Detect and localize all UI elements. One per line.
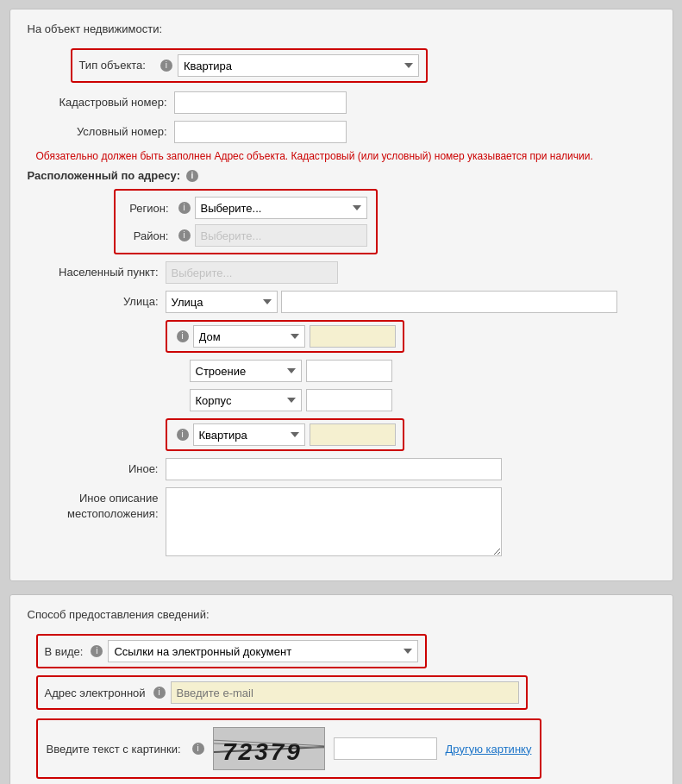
object-type-select[interactable]: Квартира (178, 54, 419, 77)
inoe-description-label: Иное описание местоположения: (45, 487, 166, 522)
address-subsection-label: Расположенный по адресу: (28, 169, 180, 182)
region-select[interactable]: Выберите... (195, 197, 367, 219)
conditional-label: Условный номер: (28, 124, 174, 140)
captcha-label: Введите текст с картинки: (47, 743, 181, 756)
settlement-label: Населенный пункт: (45, 265, 166, 280)
address-info-icon[interactable]: i (186, 170, 198, 182)
email-input[interactable] (171, 681, 519, 704)
address-error-text: Обязательно должен быть заполнен Адрес о… (28, 150, 655, 162)
district-select[interactable]: Выберите... (195, 224, 367, 247)
captcha-image: 72379 (213, 727, 325, 770)
stroenie-type-select[interactable]: Строение (190, 360, 302, 382)
dom-info-icon[interactable]: i (177, 330, 189, 342)
region-info-icon[interactable]: i (178, 202, 191, 214)
settlement-select[interactable]: Выберите... (166, 261, 338, 284)
object-type-info-icon[interactable]: i (160, 60, 172, 72)
cadastral-label: Кадастровый номер: (28, 95, 174, 110)
dom-type-select[interactable]: Дом (193, 325, 305, 348)
kvartira-input[interactable] (310, 423, 396, 446)
section-delivery-title: Способ предоставления сведений: (28, 608, 655, 621)
korpus-input[interactable] (306, 389, 392, 411)
district-info-icon[interactable]: i (178, 229, 191, 241)
stroenie-input[interactable] (306, 360, 392, 382)
kvartira-info-icon[interactable]: i (177, 429, 189, 441)
email-label: Адрес электронной (45, 687, 146, 699)
delivery-type-info-icon[interactable]: i (91, 645, 103, 657)
street-input[interactable] (281, 291, 617, 313)
svg-text:72379: 72379 (222, 738, 303, 765)
street-label: Улица: (45, 294, 166, 310)
street-type-select[interactable]: Улица (166, 291, 278, 313)
conditional-input[interactable] (174, 121, 347, 143)
region-label: Регион: (124, 202, 176, 215)
cadastral-input[interactable] (174, 91, 347, 114)
delivery-type-select[interactable]: Ссылки на электронный документ (108, 640, 418, 662)
captcha-input[interactable] (334, 737, 437, 760)
section-property-title: На объект недвижимости: (28, 22, 655, 35)
dom-input[interactable] (310, 325, 396, 348)
object-type-label: Тип объекта: (79, 58, 153, 73)
inoe-description-textarea[interactable] (166, 487, 502, 556)
email-info-icon[interactable]: i (153, 687, 166, 699)
delivery-type-label: В виде: (45, 645, 84, 658)
inoe-input[interactable] (166, 458, 502, 480)
inoe-label: Иное: (45, 461, 166, 477)
kvartira-type-select[interactable]: Квартира (193, 423, 305, 446)
korpus-type-select[interactable]: Корпус (190, 389, 302, 411)
captcha-refresh-link[interactable]: Другую картинку (446, 743, 532, 756)
captcha-info-icon[interactable]: i (192, 743, 204, 755)
district-label: Район: (124, 229, 176, 242)
